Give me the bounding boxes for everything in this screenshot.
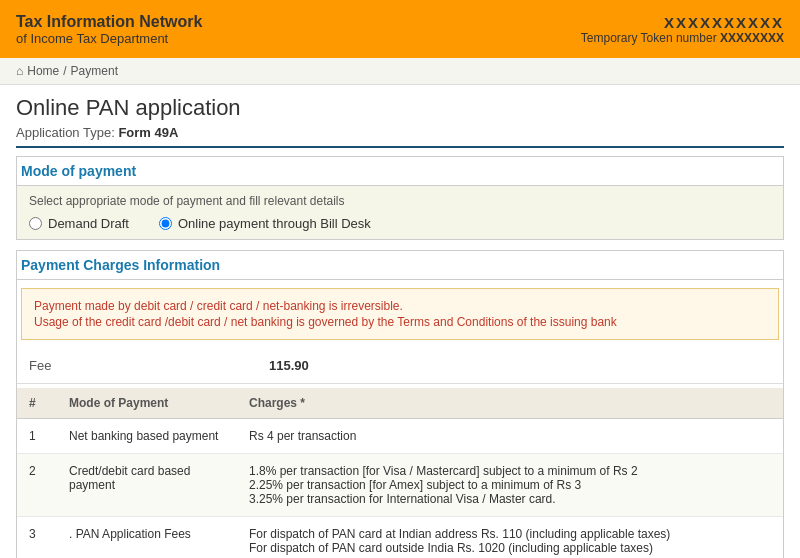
home-icon: ⌂ bbox=[16, 64, 23, 78]
header-branding: Tax Information Network of Income Tax De… bbox=[16, 13, 202, 46]
header-subtitle: of Income Tax Department bbox=[16, 31, 202, 46]
payment-charges-header: Payment Charges Information bbox=[17, 251, 783, 280]
row-charges: For dispatch of PAN card at Indian addre… bbox=[237, 517, 783, 559]
row-charges: 1.8% per transaction [for Visa / Masterc… bbox=[237, 454, 783, 517]
row-num: 2 bbox=[17, 454, 57, 517]
breadcrumb-home[interactable]: Home bbox=[27, 64, 59, 78]
page-title: Online PAN application bbox=[16, 95, 784, 121]
demand-draft-radio[interactable] bbox=[29, 217, 42, 230]
table-header-row: # Mode of Payment Charges * bbox=[17, 388, 783, 419]
breadcrumb-current: Payment bbox=[71, 64, 118, 78]
row-mode: Credt/debit card based payment bbox=[57, 454, 237, 517]
application-type-value: Form 49A bbox=[118, 125, 178, 140]
header-token: XXXXXXXXXX Temporary Token number XXXXXX… bbox=[581, 14, 784, 45]
fee-row: Fee 115.90 bbox=[17, 348, 783, 384]
notice-line-1: Payment made by debit card / credit card… bbox=[34, 299, 766, 313]
fee-value: 115.90 bbox=[269, 358, 309, 373]
notice-line-2: Usage of the credit card /debit card / n… bbox=[34, 315, 766, 329]
mode-of-payment-section: Mode of payment Select appropriate mode … bbox=[16, 156, 784, 240]
bill-desk-radio[interactable] bbox=[159, 217, 172, 230]
payment-mode-description: Select appropriate mode of payment and f… bbox=[29, 194, 771, 208]
application-type-row: Application Type: Form 49A bbox=[16, 125, 784, 148]
payment-charges-notice: Payment made by debit card / credit card… bbox=[21, 288, 779, 340]
col-header-charges: Charges * bbox=[237, 388, 783, 419]
table-row: 2Credt/debit card based payment1.8% per … bbox=[17, 454, 783, 517]
application-type-label: Application Type: bbox=[16, 125, 115, 140]
mode-of-payment-body: Select appropriate mode of payment and f… bbox=[17, 186, 783, 239]
header: Tax Information Network of Income Tax De… bbox=[0, 0, 800, 58]
row-mode: Net banking based payment bbox=[57, 419, 237, 454]
token-label: Temporary Token number XXXXXXXX bbox=[581, 31, 784, 45]
token-mask: XXXXXXXXXX bbox=[581, 14, 784, 31]
payment-option-bill-desk[interactable]: Online payment through Bill Desk bbox=[159, 216, 371, 231]
row-charges: Rs 4 per transaction bbox=[237, 419, 783, 454]
table-row: 3. PAN Application FeesFor dispatch of P… bbox=[17, 517, 783, 559]
demand-draft-label: Demand Draft bbox=[48, 216, 129, 231]
mode-of-payment-header: Mode of payment bbox=[17, 157, 783, 186]
col-header-num: # bbox=[17, 388, 57, 419]
row-mode: . PAN Application Fees bbox=[57, 517, 237, 559]
row-num: 3 bbox=[17, 517, 57, 559]
payment-option-demand-draft[interactable]: Demand Draft bbox=[29, 216, 129, 231]
fee-label: Fee bbox=[29, 358, 269, 373]
payment-charges-section: Payment Charges Information Payment made… bbox=[16, 250, 784, 558]
payment-options: Demand Draft Online payment through Bill… bbox=[29, 216, 771, 231]
breadcrumb-separator: / bbox=[63, 64, 66, 78]
charges-table: # Mode of Payment Charges * 1Net banking… bbox=[17, 388, 783, 558]
table-row: 1Net banking based paymentRs 4 per trans… bbox=[17, 419, 783, 454]
col-header-mode: Mode of Payment bbox=[57, 388, 237, 419]
row-num: 1 bbox=[17, 419, 57, 454]
bill-desk-label: Online payment through Bill Desk bbox=[178, 216, 371, 231]
header-title: Tax Information Network bbox=[16, 13, 202, 31]
main-content: Online PAN application Application Type:… bbox=[0, 85, 800, 558]
breadcrumb: ⌂ Home / Payment bbox=[0, 58, 800, 85]
